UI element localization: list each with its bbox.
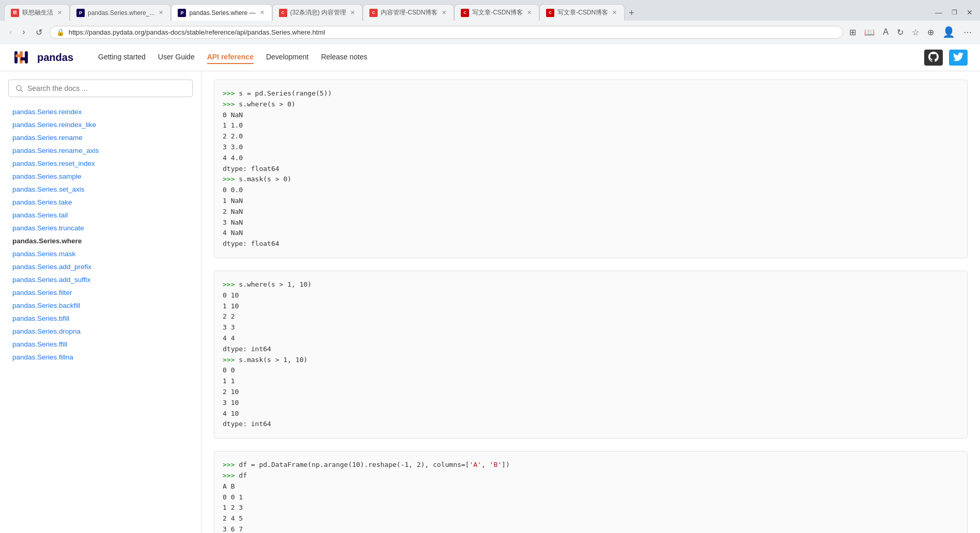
sidebar-item-rename[interactable]: pandas.Series.rename [0, 131, 201, 144]
sidebar-item-truncate[interactable]: pandas.Series.truncate [0, 222, 201, 234]
account-button[interactable]: 👤 [940, 24, 957, 40]
code-output-1-2: 1 1.0 [223, 120, 959, 131]
browser-tab-2[interactable]: P pandas.Series.where_... ✕ [70, 4, 171, 21]
prompt-1-2: >>> [223, 100, 239, 108]
code-output-2-9: 3 10 [223, 398, 959, 409]
new-tab-button[interactable]: + [625, 6, 639, 21]
sidebar-item-sample[interactable]: pandas.Series.sample [0, 170, 201, 183]
browser-tab-5[interactable]: C 内容管理-CSDN博客 ✕ [363, 4, 454, 21]
tab-close-1[interactable]: ✕ [56, 9, 63, 17]
code-line-1-3: >>> s.mask(s > 0) [223, 174, 959, 185]
sidebar-list: pandas.Series.reindex pandas.Series.rein… [0, 105, 201, 364]
prompt-3-1: >>> [223, 461, 239, 468]
sidebar-item-add-prefix[interactable]: pandas.Series.add_prefix [0, 260, 201, 273]
code-output-1-1: 0 NaN [223, 110, 959, 121]
code-output-1-3: 2 2.0 [223, 131, 959, 142]
code-output-3-3: 1 2 3 [223, 503, 959, 513]
tab-favicon-6: C [461, 9, 469, 17]
refresh-button[interactable]: ↻ [895, 25, 906, 39]
back-button[interactable]: ‹ [6, 25, 15, 39]
reader-mode-button[interactable]: 📖 [862, 25, 877, 39]
code-line-3-2: >>> df [223, 471, 959, 481]
tab-favicon-1: 联 [11, 9, 19, 17]
sidebar-item-add-suffix[interactable]: pandas.Series.add_suffix [0, 273, 201, 286]
favorites-button[interactable]: ☆ [910, 25, 921, 39]
svg-line-6 [21, 90, 23, 92]
profile-mosaic-button[interactable]: ⊞ [847, 25, 858, 39]
minimize-button[interactable]: — [932, 6, 945, 19]
collections-button[interactable]: ⊕ [925, 25, 936, 39]
tab-close-3[interactable]: ✕ [259, 9, 266, 17]
nav-link-api-reference[interactable]: API reference [207, 51, 254, 64]
browser-tab-7[interactable]: C 写文章-CSDN博客 ✕ [539, 4, 625, 21]
code-output-2-5: 4 4 [223, 333, 959, 344]
github-button[interactable] [924, 50, 943, 66]
code-output-2-2: 1 10 [223, 301, 959, 312]
sidebar-item-reset-index[interactable]: pandas.Series.reset_index [0, 157, 201, 170]
browser-chrome: 联 联想融生活 ✕ P pandas.Series.where_... ✕ P … [0, 0, 980, 44]
sidebar-item-filter[interactable]: pandas.Series.filter [0, 286, 201, 299]
code-output-2-7: 1 1 [223, 376, 959, 387]
sidebar-item-reindex-like[interactable]: pandas.Series.reindex_like [0, 118, 201, 131]
sidebar-item-dropna[interactable]: pandas.Series.dropna [0, 325, 201, 338]
forward-button[interactable]: › [19, 25, 28, 39]
sidebar-item-bfill[interactable]: pandas.Series.bfill [0, 312, 201, 325]
browser-tab-1[interactable]: 联 联想融生活 ✕ [4, 4, 70, 21]
sidebar-item-tail[interactable]: pandas.Series.tail [0, 209, 201, 222]
twitter-button[interactable] [949, 50, 968, 66]
sidebar-item-mask[interactable]: pandas.Series.mask [0, 247, 201, 260]
main-content: pandas.Series.reindex pandas.Series.rein… [0, 71, 980, 533]
code-line-1-2: >>> s.where(s > 0) [223, 99, 959, 110]
nav-link-user-guide[interactable]: User Guide [158, 51, 195, 64]
tab-title-6: 写文章-CSDN博客 [472, 8, 523, 17]
translate-button[interactable]: A [881, 25, 891, 39]
tab-close-5[interactable]: ✕ [441, 9, 447, 17]
code-output-3-1: A B [223, 481, 959, 492]
search-input[interactable] [27, 84, 186, 92]
tab-title-4: (32条消息) 内容管理 [290, 8, 347, 17]
tab-close-7[interactable]: ✕ [611, 9, 618, 17]
code-dtype-1-1: dtype: float64 [223, 164, 959, 175]
tab-favicon-7: C [546, 9, 554, 17]
prompt-1-3: >>> [223, 175, 239, 183]
nav-link-release-notes[interactable]: Release notes [321, 51, 367, 64]
tab-favicon-2: P [76, 9, 85, 17]
close-button[interactable]: ✕ [963, 6, 976, 19]
browser-tab-4[interactable]: C (32条消息) 内容管理 ✕ [272, 4, 363, 21]
tab-close-4[interactable]: ✕ [349, 9, 356, 17]
sidebar-item-fillna[interactable]: pandas.Series.fillna [0, 351, 201, 364]
code-output-2-1: 0 10 [223, 290, 959, 301]
restore-button[interactable]: ❐ [948, 7, 960, 18]
nav-link-development[interactable]: Development [266, 51, 309, 64]
tab-favicon-5: C [369, 9, 378, 17]
svg-rect-3 [15, 54, 21, 57]
address-bar[interactable]: 🔒 https://pandas.pydata.org/pandas-docs/… [50, 26, 844, 39]
browser-tabs: 联 联想融生活 ✕ P pandas.Series.where_... ✕ P … [0, 0, 980, 21]
code-text-2-1: s.where(s > 1, 10) [239, 280, 312, 288]
sidebar-item-rename-axis[interactable]: pandas.Series.rename_axis [0, 144, 201, 157]
reload-button[interactable]: ↺ [33, 25, 45, 39]
browser-tab-6[interactable]: C 写文章-CSDN博客 ✕ [454, 4, 539, 21]
twitter-icon [953, 52, 963, 62]
tab-close-6[interactable]: ✕ [526, 9, 533, 17]
code-output-3-2: 0 0 1 [223, 492, 959, 503]
more-button[interactable]: ⋯ [961, 25, 974, 39]
sidebar-item-where[interactable]: pandas.Series.where [0, 234, 201, 247]
nav-link-getting-started[interactable]: Getting started [98, 51, 146, 64]
sidebar-item-set-axis[interactable]: pandas.Series.set_axis [0, 183, 201, 196]
code-output-2-6: 0 0 [223, 365, 959, 376]
tab-close-2[interactable]: ✕ [158, 9, 164, 17]
nav-links: Getting started User Guide API reference… [98, 51, 367, 64]
code-output-2-3: 2 2 [223, 311, 959, 322]
url-input[interactable]: https://pandas.pydata.org/pandas-docs/st… [69, 28, 837, 36]
sidebar-item-ffill[interactable]: pandas.Series.ffill [0, 338, 201, 351]
search-box[interactable] [8, 80, 193, 97]
tab-title-5: 内容管理-CSDN博客 [381, 8, 438, 17]
sidebar-item-take[interactable]: pandas.Series.take [0, 196, 201, 209]
code-output-2-10: 4 10 [223, 409, 959, 419]
code-output-1-6: 0 0.0 [223, 185, 959, 196]
sidebar-item-reindex[interactable]: pandas.Series.reindex [0, 105, 201, 118]
code-text-3-1: df = pd.DataFrame(np.arange(10).reshape(… [239, 461, 509, 468]
sidebar-item-backfill[interactable]: pandas.Series.backfill [0, 299, 201, 312]
browser-tab-3[interactable]: P pandas.Series.where — ✕ [171, 4, 272, 21]
